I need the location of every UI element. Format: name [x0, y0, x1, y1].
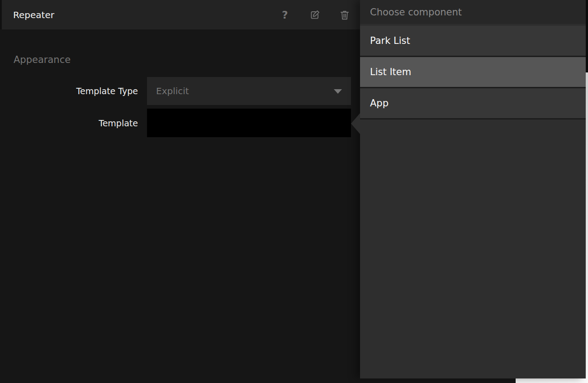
panel-header: Repeater ?	[0, 0, 360, 29]
template-type-row: Template Type Explicit	[0, 77, 360, 105]
properties-panel: Repeater ? Appearance	[0, 0, 360, 383]
popup-header: Choose component	[360, 0, 586, 24]
help-glyph: ?	[282, 9, 288, 21]
popup-item-app[interactable]: App	[360, 88, 586, 120]
template-field[interactable]	[147, 109, 351, 137]
popup-item-park-list[interactable]: Park List	[360, 26, 586, 57]
trash-icon[interactable]	[338, 9, 351, 21]
choose-component-popup: Choose component Park List List Item App	[360, 0, 586, 378]
appearance-section-label: Appearance	[14, 54, 71, 65]
popup-item-list-item[interactable]: List Item	[360, 57, 586, 88]
template-row: Template	[0, 109, 360, 137]
popup-left-arrow	[351, 113, 360, 134]
edit-icon[interactable]	[308, 9, 321, 21]
panel-title: Repeater	[13, 0, 54, 29]
template-type-value: Explicit	[156, 86, 189, 96]
help-icon[interactable]: ?	[279, 9, 291, 21]
template-type-label: Template Type	[0, 77, 138, 105]
panel-header-actions: ?	[279, 0, 351, 29]
template-type-dropdown[interactable]: Explicit	[147, 77, 351, 105]
template-label: Template	[0, 109, 138, 137]
chevron-down-icon	[334, 89, 342, 94]
